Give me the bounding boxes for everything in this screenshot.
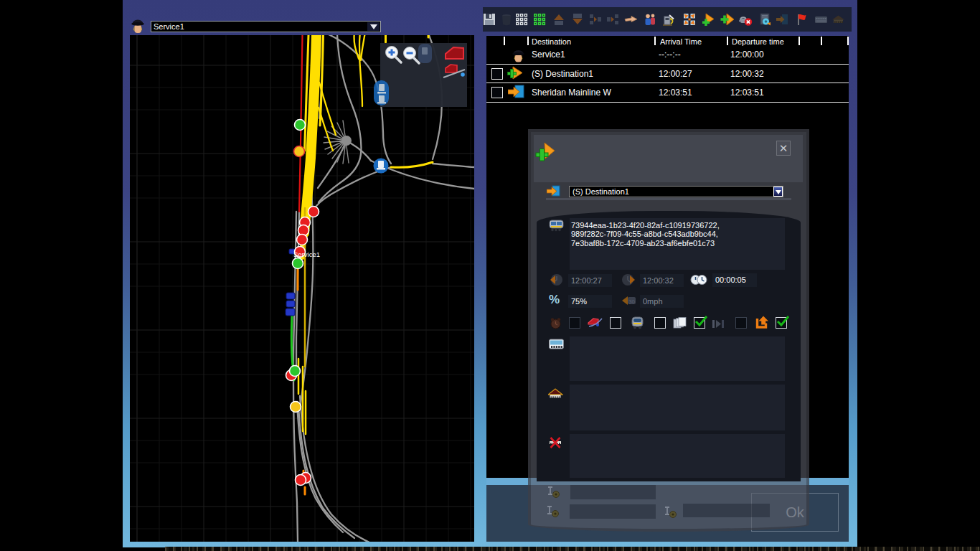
svg-text:30: 30	[628, 298, 635, 305]
